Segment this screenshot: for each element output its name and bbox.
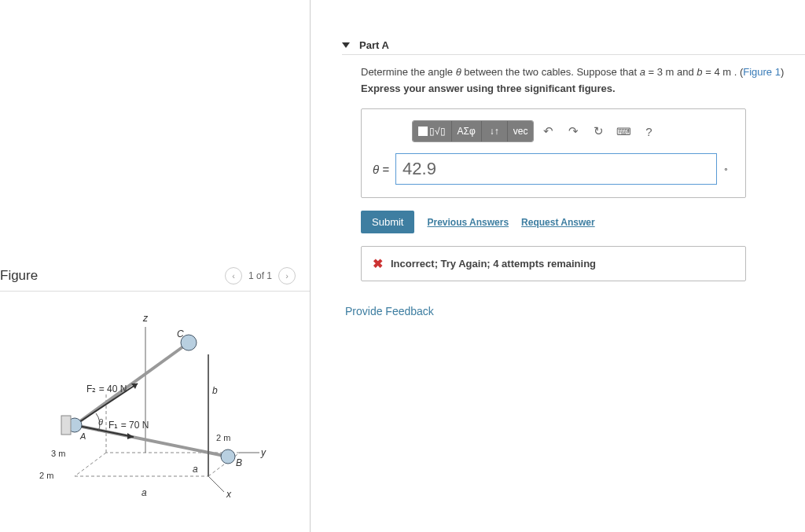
instruction: Express your answer using three signific… [361, 83, 805, 94]
svg-text:B: B [236, 457, 242, 468]
problem-prompt: Determine the angle θ between the two ca… [361, 66, 805, 78]
undo-button[interactable]: ↶ [537, 121, 559, 141]
svg-text:y: y [260, 447, 266, 458]
svg-text:a: a [142, 487, 147, 498]
keyboard-button[interactable]: ⌨ [612, 121, 634, 141]
svg-text:a: a [193, 464, 198, 475]
templates-button[interactable]: ▯√▯ [413, 121, 452, 141]
part-title: Part A [359, 39, 389, 51]
theta-label: θ = [373, 163, 389, 176]
svg-text:2 m: 2 m [216, 433, 230, 442]
svg-point-17 [221, 449, 235, 464]
figure-title: Figure [0, 268, 38, 284]
previous-answers-link[interactable]: Previous Answers [427, 217, 509, 228]
submit-button[interactable]: Submit [361, 211, 414, 233]
request-answer-link[interactable]: Request Answer [521, 217, 595, 228]
figure-panel: Figure ‹ 1 of 1 › [0, 0, 311, 532]
figure-image: z x y C A B b a a F₂ = 40 N F₁ = 70 N θ … [0, 292, 310, 514]
figure-link[interactable]: Figure 1 [743, 66, 781, 78]
svg-text:A: A [79, 431, 86, 441]
svg-line-3 [75, 453, 106, 476]
help-button[interactable]: ? [638, 121, 660, 141]
equation-toolbar: ▯√▯ ΑΣφ ↓↑ vec ↶ ↷ ↻ ⌨ ? [373, 120, 734, 142]
provide-feedback-link[interactable]: Provide Feedback [345, 305, 805, 317]
svg-text:2 m: 2 m [39, 471, 53, 480]
answer-box: ▯√▯ ΑΣφ ↓↑ vec ↶ ↷ ↻ ⌨ ? θ = ∘ [361, 108, 746, 198]
svg-text:3 m: 3 m [51, 449, 65, 458]
caret-down-icon [342, 42, 350, 48]
reset-button[interactable]: ↻ [587, 121, 609, 141]
svg-rect-18 [61, 416, 71, 435]
figure-prev-button[interactable]: ‹ [225, 267, 242, 284]
svg-text:z: z [142, 313, 149, 324]
figure-pager-text: 1 of 1 [248, 270, 272, 281]
incorrect-icon: ✖ [373, 256, 383, 271]
svg-text:x: x [226, 489, 232, 500]
feedback-box: ✖ Incorrect; Try Again; 4 attempts remai… [361, 246, 746, 281]
feedback-text: Incorrect; Try Again; 4 attempts remaini… [391, 258, 596, 270]
unit-label: ∘ [723, 164, 734, 174]
svg-text:b: b [212, 385, 218, 396]
svg-text:F₂ = 40 N: F₂ = 40 N [86, 383, 127, 394]
part-header[interactable]: Part A [342, 39, 805, 55]
svg-line-6 [208, 476, 224, 492]
answer-input[interactable] [395, 153, 717, 185]
subscript-button[interactable]: ↓↑ [482, 121, 508, 141]
vec-button[interactable]: vec [508, 121, 534, 141]
redo-button[interactable]: ↷ [562, 121, 584, 141]
svg-text:θ: θ [98, 417, 103, 427]
figure-next-button[interactable]: › [278, 267, 296, 284]
figure-pager: ‹ 1 of 1 › [225, 267, 296, 284]
svg-text:C: C [177, 328, 184, 339]
svg-text:F₁ = 70 N: F₁ = 70 N [108, 420, 149, 431]
greek-button[interactable]: ΑΣφ [452, 121, 482, 141]
